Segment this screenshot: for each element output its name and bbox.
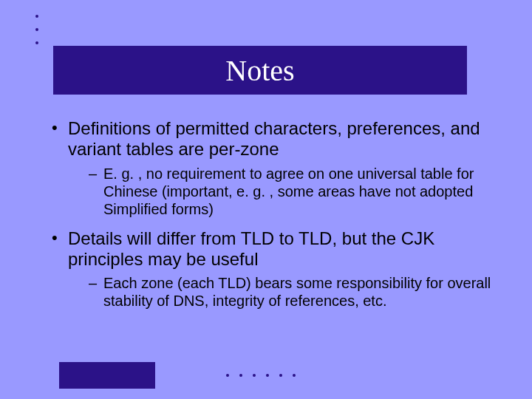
sub-bullet-list: E. g. , no requirement to agree on one u…	[68, 165, 494, 218]
decoration-dot	[35, 15, 38, 18]
decoration-dot	[279, 374, 282, 377]
decoration-dot	[239, 374, 242, 377]
decoration-dot	[293, 374, 296, 377]
bullet-text: Details will differ from TLD to TLD, but…	[68, 228, 434, 269]
decoration-dot	[35, 41, 38, 44]
list-item: Definitions of permitted characters, pre…	[50, 118, 494, 218]
title-bar: Notes	[53, 46, 467, 95]
decoration-dot	[253, 374, 256, 377]
list-item: Details will differ from TLD to TLD, but…	[50, 228, 494, 310]
decoration-dot	[226, 374, 229, 377]
decoration-dot	[35, 28, 38, 31]
slide-body: Definitions of permitted characters, pre…	[50, 118, 494, 320]
list-item: E. g. , no requirement to agree on one u…	[89, 165, 494, 218]
slide-title: Notes	[225, 53, 294, 88]
slide: Notes Definitions of permitted character…	[0, 0, 532, 399]
sub-bullet-text: Each zone (each TLD) bears some responsi…	[103, 275, 491, 309]
sub-bullet-text: E. g. , no requirement to agree on one u…	[103, 166, 474, 217]
decoration-dot	[266, 374, 269, 377]
bullet-text: Definitions of permitted characters, pre…	[68, 118, 480, 159]
sub-bullet-list: Each zone (each TLD) bears some responsi…	[68, 274, 494, 310]
list-item: Each zone (each TLD) bears some responsi…	[89, 274, 494, 310]
bullet-list: Definitions of permitted characters, pre…	[50, 118, 494, 310]
decoration-bar	[59, 362, 155, 389]
